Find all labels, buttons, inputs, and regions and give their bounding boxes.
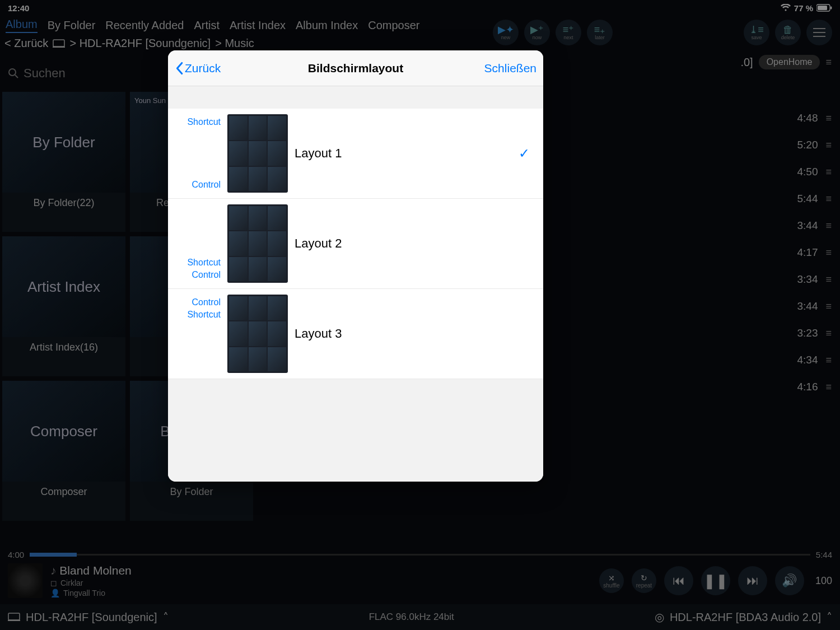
layout-option-1[interactable]: Shortcut Control Layout 1 ✓ (168, 109, 543, 199)
label-shortcut: Shortcut (176, 117, 221, 127)
layout-name: Layout 2 (295, 236, 535, 251)
check-icon: ✓ (519, 146, 535, 161)
label-shortcut: Shortcut (176, 258, 221, 268)
label-control: Control (176, 180, 221, 190)
modal-back-button[interactable]: Zurück (175, 62, 221, 75)
layout-option-3[interactable]: Control Shortcut Layout 3 (168, 289, 543, 379)
layout-thumb (227, 295, 288, 373)
layout-name: Layout 1 (295, 146, 512, 161)
chevron-left-icon (175, 62, 184, 75)
layout-name: Layout 3 (295, 326, 535, 341)
layout-thumb (227, 204, 288, 283)
modal-close-button[interactable]: Schließen (484, 62, 536, 75)
layout-modal: Zurück Bildschirmlayout Schließen Shortc… (168, 50, 543, 482)
layout-option-2[interactable]: Shortcut Control Layout 2 (168, 199, 543, 289)
layout-thumb (227, 114, 288, 193)
label-control: Control (176, 270, 221, 280)
label-shortcut: Shortcut (176, 310, 221, 320)
label-control: Control (176, 297, 221, 307)
